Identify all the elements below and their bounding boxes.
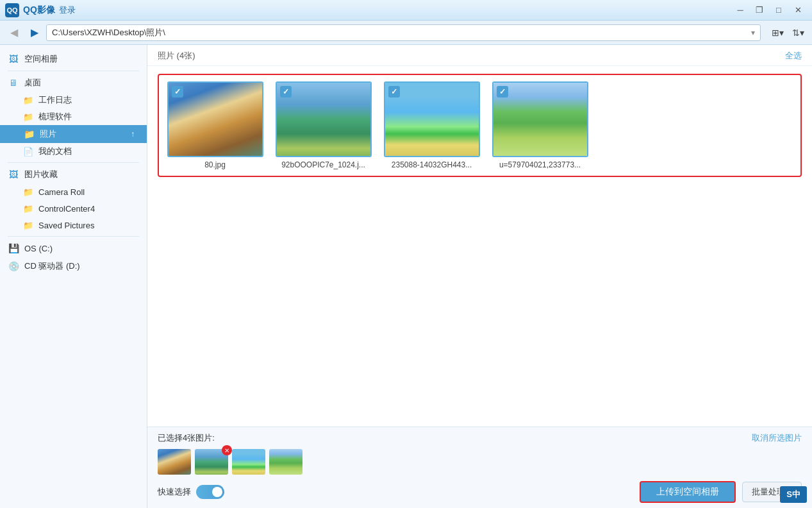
desktop-icon: 🖥	[8, 78, 19, 88]
select-all-button[interactable]: 全选	[785, 50, 802, 62]
photo-thumb-2	[384, 81, 480, 157]
sidebar-item-desktop[interactable]: 🖥 桌面	[0, 74, 147, 92]
selected-count: 已选择4张图片:	[158, 432, 215, 444]
selected-thumb-img-3	[269, 449, 302, 475]
app-logo: QQ QQ影像	[5, 3, 55, 17]
sidebar-child-camera-roll[interactable]: 📁 Camera Roll	[0, 183, 147, 200]
window-controls: ─ ❐ □ ✕	[731, 3, 807, 17]
selected-thumb-3[interactable]	[269, 449, 302, 475]
selected-thumbs-row: ✕	[158, 449, 802, 475]
maximize-button[interactable]: □	[770, 3, 788, 17]
photo-item-2[interactable]: 235088-14032GH443...	[382, 81, 481, 169]
actions-right: 上传到空间相册 批量处理 ▾	[640, 481, 802, 503]
selected-thumb-img-0	[158, 449, 191, 475]
toolbar: ◀ ▶ C:\Users\XZWH\Desktop\照片\ ▾ ⊞▾ ⇅▾	[0, 21, 812, 45]
divider-3	[8, 236, 139, 237]
photo-item-1[interactable]: 92bOOOPIC7e_1024.j...	[274, 81, 373, 169]
minimize-button[interactable]: ─	[731, 3, 749, 17]
photo-checkbox-1[interactable]	[280, 86, 292, 97]
saved-pictures-label: Saved Pictures	[38, 221, 94, 230]
drive-d-icon: 💿	[8, 261, 19, 271]
sidebar-child-1[interactable]: 📁 梳理软件	[0, 108, 147, 125]
sidebar-item-album[interactable]: 🖼 空间相册	[0, 50, 147, 68]
quick-select: 快速选择	[158, 485, 224, 499]
album-icon: 🖼	[8, 54, 19, 64]
album-label: 空间相册	[24, 53, 58, 65]
camera-roll-label: Camera Roll	[38, 187, 85, 197]
selected-thumb-img-2	[232, 449, 265, 475]
upload-icon[interactable]: ↑	[126, 128, 139, 140]
collection-label: 图片收藏	[24, 169, 58, 180]
control-center-label: ControlCenter4	[38, 204, 95, 214]
mydocs-icon: 📄	[23, 147, 33, 157]
qq-logo-icon: QQ	[5, 3, 19, 17]
collection-icon: 🖼	[8, 169, 19, 180]
selected-info-row: 已选择4张图片: 取消所选图片	[158, 432, 802, 444]
cancel-select-button[interactable]: 取消所选图片	[752, 432, 802, 444]
sidebar-item-os-c[interactable]: 💾 OS (C:)	[0, 239, 147, 257]
restore-button[interactable]: ❐	[750, 3, 768, 17]
photo-item-3[interactable]: u=579704021,233773...	[490, 81, 590, 169]
sidebar-item-photos[interactable]: 📁 照片 ↑	[0, 125, 147, 143]
photo-thumb-1	[276, 81, 372, 157]
sidebar-child-control-center[interactable]: 📁 ControlCenter4	[0, 200, 147, 217]
photo-checkbox-3[interactable]	[497, 86, 508, 97]
address-text: C:\Users\XZWH\Desktop\照片\	[52, 27, 751, 38]
photo-grid: 80.jpg 92bOOOPIC7e_1024.j...	[158, 74, 802, 177]
address-bar[interactable]: C:\Users\XZWH\Desktop\照片\ ▾	[46, 24, 761, 41]
upload-button[interactable]: 上传到空间相册	[640, 481, 736, 503]
photo-filename-0: 80.jpg	[167, 160, 263, 169]
picture-collection-section: 🖼 图片收藏 📁 Camera Roll 📁 ControlCenter4 📁 …	[0, 165, 147, 233]
photos-label: 照片	[40, 128, 56, 140]
divider-1	[8, 71, 139, 71]
sidebar-item-collection[interactable]: 🖼 图片收藏	[0, 165, 147, 183]
selected-thumb-2[interactable]	[232, 449, 265, 475]
view-mode-button[interactable]: ⊞▾	[768, 24, 786, 41]
photo-grid-wrapper: 80.jpg 92bOOOPIC7e_1024.j...	[147, 66, 812, 427]
desktop-label: 桌面	[24, 77, 41, 89]
mydocs-label: 我的文档	[38, 146, 72, 157]
quick-select-label: 快速选择	[158, 486, 191, 498]
selected-thumb-1[interactable]: ✕	[195, 449, 228, 475]
photo-checkbox-0[interactable]	[172, 86, 183, 97]
selected-thumb-0[interactable]	[158, 449, 191, 475]
sidebar-child-0[interactable]: 📁 工作日志	[0, 92, 147, 108]
saved-pictures-icon: 📁	[23, 221, 33, 230]
photo-thumb-0	[167, 81, 263, 157]
toggle-knob	[212, 487, 222, 497]
camera-roll-icon: 📁	[23, 187, 33, 197]
photo-item-0[interactable]: 80.jpg	[165, 81, 265, 169]
main-layout: 🖼 空间相册 🖥 桌面 📁 工作日志 📁 梳理软件 📁 照片 ↑	[0, 45, 812, 508]
sort-button[interactable]: ⇅▾	[789, 24, 807, 41]
child-label-0: 工作日志	[38, 94, 72, 106]
sidebar: 🖼 空间相册 🖥 桌面 📁 工作日志 📁 梳理软件 📁 照片 ↑	[0, 45, 147, 508]
title-bar: QQ QQ影像 登录 ─ ❐ □ ✕	[0, 0, 812, 21]
remove-thumb-button-1[interactable]: ✕	[222, 445, 232, 455]
drive-c-label: OS (C:)	[24, 244, 53, 253]
photo-thumb-3	[492, 81, 588, 157]
quick-select-toggle[interactable]	[196, 485, 224, 499]
divider-2	[8, 162, 139, 163]
drive-d-label: CD 驱动器 (D:)	[24, 260, 80, 272]
sogou-watermark: S中	[780, 486, 807, 503]
toolbar-right: ⊞▾ ⇅▾	[768, 24, 807, 41]
control-center-icon: 📁	[23, 204, 33, 214]
photo-filename-3: u=579704021,233773...	[492, 160, 588, 169]
bottom-actions: 快速选择 上传到空间相册 批量处理 ▾	[158, 481, 802, 503]
photo-filename-2: 235088-14032GH443...	[384, 160, 480, 169]
sidebar-item-cd-d[interactable]: 💿 CD 驱动器 (D:)	[0, 257, 147, 275]
photo-filename-1: 92bOOOPIC7e_1024.j...	[276, 160, 372, 169]
back-button[interactable]: ◀	[5, 24, 23, 41]
album-section: 🖼 空间相册	[0, 50, 147, 68]
sidebar-child-saved-pictures[interactable]: 📁 Saved Pictures	[0, 217, 147, 233]
forward-button[interactable]: ▶	[26, 24, 44, 41]
address-dropdown-icon[interactable]: ▾	[751, 28, 755, 37]
drive-c-icon: 💾	[8, 243, 19, 253]
sidebar-child-mydocs[interactable]: 📄 我的文档	[0, 143, 147, 160]
close-button[interactable]: ✕	[789, 3, 807, 17]
login-button[interactable]: 登录	[55, 4, 79, 16]
bottom-bar: 已选择4张图片: 取消所选图片 ✕	[147, 427, 812, 508]
drives-section: 💾 OS (C:) 💿 CD 驱动器 (D:)	[0, 239, 147, 275]
content-header: 照片 (4张) 全选	[147, 45, 812, 66]
photo-checkbox-2[interactable]	[388, 86, 400, 97]
